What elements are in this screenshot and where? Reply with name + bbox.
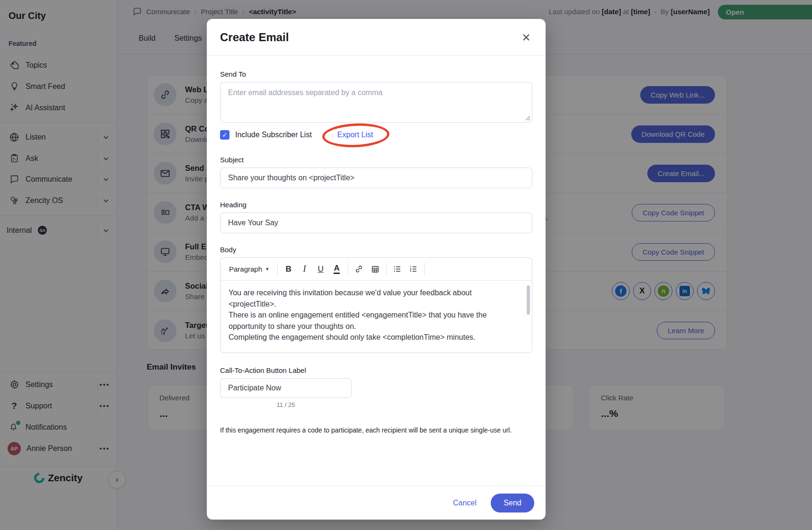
create-email-modal: Create Email Send To ✓ Include Subscribe… [207, 19, 546, 520]
body-label: Body [220, 246, 532, 254]
text-color-button[interactable]: A [334, 264, 339, 274]
cta-button-label-input[interactable] [220, 378, 352, 398]
insert-link-button[interactable] [351, 261, 367, 277]
single-use-url-note: If this engagement requires a code to pa… [220, 426, 532, 434]
body-paragraph: There is an online engagement entitled <… [229, 309, 512, 332]
bold-button[interactable]: B [281, 261, 297, 277]
export-list-link[interactable]: Export List [337, 131, 373, 139]
numbered-list-button[interactable] [406, 261, 422, 277]
send-to-input[interactable] [221, 82, 532, 122]
subscriber-row: ✓ Include Subscriber List Export List [220, 130, 532, 140]
modal-body: Send To ✓ Include Subscriber List Export… [207, 56, 546, 486]
heading-input[interactable] [220, 212, 532, 233]
insert-table-button[interactable] [367, 261, 383, 277]
divider [386, 263, 387, 276]
paragraph-style-dropdown[interactable]: Paragraph ▾ [223, 265, 274, 273]
italic-button[interactable]: I [297, 261, 313, 277]
modal-footer: Cancel Send [207, 486, 546, 520]
divider [424, 263, 425, 276]
close-icon[interactable] [520, 31, 532, 44]
rich-text-editor: Paragraph ▾ B I U A [220, 257, 532, 353]
include-subscriber-checkbox[interactable]: ✓ [220, 130, 229, 140]
caret-down-icon: ▾ [266, 266, 269, 272]
send-to-field-wrap [220, 82, 532, 123]
cta-label: Call-To-Action Button Label [220, 366, 532, 374]
paragraph-style-label: Paragraph [229, 265, 262, 273]
include-subscriber-label: Include Subscriber List [235, 131, 312, 139]
divider [277, 263, 278, 276]
character-counter: 11 / 25 [220, 401, 352, 408]
underline-button[interactable]: U [313, 261, 329, 277]
editor-toolbar: Paragraph ▾ B I U A [221, 258, 532, 281]
check-icon: ✓ [222, 131, 228, 139]
send-button[interactable]: Send [491, 494, 534, 512]
heading-label: Heading [220, 201, 532, 209]
email-body-input[interactable]: You are receiving this invitation becaus… [221, 281, 532, 353]
body-paragraph: Completing the engagement should only ta… [229, 332, 512, 343]
divider [348, 263, 348, 276]
cancel-button[interactable]: Cancel [453, 499, 477, 507]
send-to-label: Send To [220, 70, 532, 78]
bullet-list-button[interactable] [389, 261, 406, 277]
body-paragraph: You are receiving this invitation becaus… [229, 287, 512, 309]
scrollbar-thumb[interactable] [527, 285, 530, 315]
modal-title: Create Email [220, 31, 289, 44]
modal-header: Create Email [207, 19, 546, 56]
export-list-wrap: Export List [337, 131, 373, 139]
app-window: Our City Featured Topics Smart Feed AI A… [0, 0, 812, 530]
subject-input[interactable] [220, 168, 532, 188]
subject-label: Subject [220, 156, 532, 164]
